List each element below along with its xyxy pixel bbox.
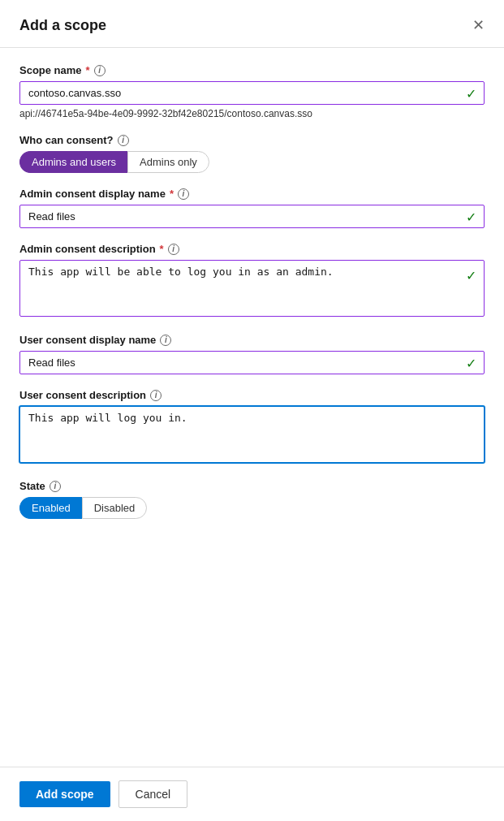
admins-only-option[interactable]: Admins only [127,151,209,173]
state-label: State i [19,480,485,492]
state-toggle: Enabled Disabled [19,497,485,519]
enabled-option[interactable]: Enabled [19,497,82,519]
admins-and-users-option[interactable]: Admins and users [19,151,127,173]
cancel-button[interactable]: Cancel [118,780,188,808]
user-consent-description-label: User consent description i [19,389,485,401]
dialog-body: Scope name * i ✓ api://46741e5a-94be-4e0… [0,48,504,767]
close-button[interactable]: ✕ [469,13,488,37]
state-group: State i Enabled Disabled [19,480,485,519]
user-consent-display-name-wrapper: ✓ [19,351,485,374]
scope-name-group: Scope name * i ✓ api://46741e5a-94be-4e0… [19,64,485,119]
scope-name-input-wrapper: ✓ [19,81,485,105]
admin-consent-display-name-wrapper: ✓ [19,205,485,228]
scope-name-info-icon[interactable]: i [94,65,106,76]
dialog-footer: Add scope Cancel [0,767,504,821]
scope-name-input[interactable] [19,81,485,105]
required-star: * [86,64,90,76]
dialog-title: Add a scope [19,17,106,34]
who-can-consent-info-icon[interactable]: i [118,135,129,146]
user-consent-description-wrapper: This app will log you in. [19,406,485,465]
admin-consent-desc-check-icon: ✓ [466,268,476,283]
admin-consent-description-label: Admin consent description * i [19,243,485,255]
admin-consent-display-check-icon: ✓ [466,209,476,224]
who-can-consent-toggle: Admins and users Admins only [19,151,485,173]
user-consent-description-group: User consent description i This app will… [19,389,485,465]
add-scope-button[interactable]: Add scope [19,781,110,807]
required-star-3: * [160,243,164,255]
add-scope-dialog: Add a scope ✕ Scope name * i ✓ api://467… [0,0,504,821]
user-consent-display-name-group: User consent display name i ✓ [19,334,485,374]
admin-consent-display-info-icon[interactable]: i [178,188,189,200]
user-consent-description-input[interactable]: This app will log you in. [19,406,485,463]
admin-consent-display-name-input[interactable] [19,205,485,228]
admin-consent-display-name-label: Admin consent display name * i [19,188,485,200]
disabled-option[interactable]: Disabled [82,497,148,519]
user-consent-display-name-label: User consent display name i [19,334,485,346]
required-star-2: * [170,188,174,200]
dialog-header: Add a scope ✕ [0,0,504,48]
user-consent-display-check-icon: ✓ [466,355,476,370]
admin-consent-description-group: Admin consent description * i This app w… [19,243,485,319]
user-consent-display-name-input[interactable] [19,351,485,374]
admin-consent-description-wrapper: This app will be able to log you in as a… [19,260,485,319]
admin-consent-desc-info-icon[interactable]: i [168,244,179,255]
who-can-consent-label: Who can consent? i [19,134,485,146]
api-url-text: api://46741e5a-94be-4e09-9992-32bf42e802… [19,108,485,119]
who-can-consent-group: Who can consent? i Admins and users Admi… [19,134,485,173]
user-consent-display-info-icon[interactable]: i [160,335,171,346]
scope-name-label: Scope name * i [19,64,485,76]
state-info-icon[interactable]: i [50,481,61,492]
user-consent-desc-info-icon[interactable]: i [150,390,162,401]
admin-consent-display-name-group: Admin consent display name * i ✓ [19,188,485,228]
scope-name-check-icon: ✓ [466,85,476,101]
admin-consent-description-input[interactable]: This app will be able to log you in as a… [19,260,485,317]
